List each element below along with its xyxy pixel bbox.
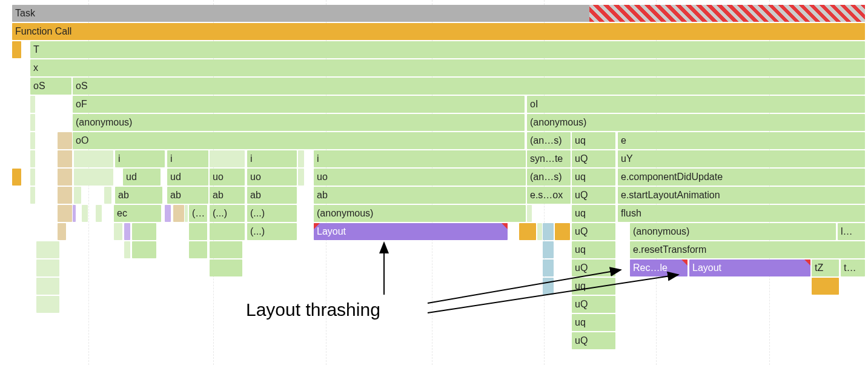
yellow-small-3[interactable] xyxy=(812,278,839,295)
fn-t[interactable]: t… xyxy=(841,260,865,276)
pale-16[interactable] xyxy=(36,278,59,295)
pale-9[interactable] xyxy=(74,169,113,186)
fn-uQ-6[interactable]: uQ xyxy=(572,332,615,349)
fn-oF[interactable]: oF xyxy=(73,96,525,113)
fn-anon-4[interactable]: (anonymous) xyxy=(630,223,836,240)
fn-uq-4[interactable]: uq xyxy=(572,241,615,258)
fn-uq-2[interactable]: uq xyxy=(572,169,615,186)
fn-i-1[interactable]: i xyxy=(115,150,165,167)
yellow-small-1[interactable] xyxy=(519,223,536,240)
pale-grn-sm[interactable] xyxy=(537,223,542,240)
fn-uQ-4[interactable]: uQ xyxy=(572,260,615,276)
ssm-1[interactable] xyxy=(114,223,122,240)
lb-3[interactable] xyxy=(543,260,554,276)
fn-i-4[interactable]: i xyxy=(314,150,526,167)
fn-T[interactable]: T xyxy=(30,41,865,58)
pale-11[interactable] xyxy=(30,187,35,204)
fn-uY[interactable]: uY xyxy=(618,150,865,167)
fn-anon-1[interactable]: (anonymous) xyxy=(73,114,525,131)
fn-oS-2[interactable]: oS xyxy=(73,78,865,95)
tan-3[interactable] xyxy=(58,169,72,186)
tan-6[interactable] xyxy=(58,223,66,240)
ssm-5[interactable] xyxy=(124,241,130,258)
pale-15[interactable] xyxy=(36,260,59,276)
fn-uQ-3[interactable]: uQ xyxy=(572,223,615,240)
recalc-bar[interactable]: Rec…le xyxy=(630,260,687,276)
fn-ud-2[interactable]: ud xyxy=(167,169,208,186)
fn-x[interactable]: x xyxy=(30,59,865,76)
fn-ud-1[interactable]: ud xyxy=(123,169,161,186)
tan-4[interactable] xyxy=(58,187,72,204)
pale-1[interactable] xyxy=(30,96,35,113)
fn-uQ-1[interactable]: uQ xyxy=(572,150,615,167)
ssm-9[interactable] xyxy=(210,260,242,276)
ssm-8[interactable] xyxy=(210,241,242,258)
pale-13b[interactable] xyxy=(96,205,102,222)
yellow-small-2[interactable] xyxy=(555,223,570,240)
fn-ellipsis-4[interactable]: (...) xyxy=(247,223,297,240)
pale-5[interactable] xyxy=(74,150,113,167)
fn-ltrail[interactable]: l… xyxy=(838,223,865,240)
fn-ellipsis-2[interactable]: (...) xyxy=(210,205,245,222)
ssm-4[interactable] xyxy=(210,223,245,240)
layout-bar-1[interactable]: Layout xyxy=(314,223,508,240)
fn-anon-2[interactable]: (anonymous) xyxy=(527,114,865,131)
fn-ab-3[interactable]: ab xyxy=(210,187,245,204)
fn-ab-1[interactable]: ab xyxy=(115,187,162,204)
pale-ecg[interactable] xyxy=(185,205,188,222)
pale-14[interactable] xyxy=(36,241,59,258)
fn-ab-2[interactable]: ab xyxy=(167,187,208,204)
lb-1[interactable] xyxy=(543,223,554,240)
yellow-sliver-2[interactable] xyxy=(12,169,21,186)
fn-flush[interactable]: flush xyxy=(618,205,865,222)
lilac-1[interactable] xyxy=(73,205,76,222)
fn-anon-3[interactable]: (anonymous) xyxy=(314,205,526,222)
fn-resetTransform[interactable]: e.resetTransform xyxy=(630,241,865,258)
pale-8[interactable] xyxy=(30,169,35,186)
ssm-7[interactable] xyxy=(189,241,207,258)
lb-2[interactable] xyxy=(543,241,554,258)
fn-uQ-2[interactable]: uQ xyxy=(572,187,615,204)
fn-uq-3[interactable]: uq xyxy=(572,205,615,222)
fn-oI[interactable]: oI xyxy=(527,96,865,113)
tan-2[interactable] xyxy=(58,150,72,167)
fn-i-3[interactable]: i xyxy=(247,150,297,167)
function-call-bar[interactable]: Function Call xyxy=(12,23,865,40)
tan-ec[interactable] xyxy=(173,205,184,222)
fn-uq-5[interactable]: uq xyxy=(572,278,615,295)
fn-uo-1[interactable]: uo xyxy=(247,169,297,186)
ssm-3[interactable] xyxy=(189,223,207,240)
pale-2[interactable] xyxy=(30,114,35,131)
fn-ab-4[interactable]: ab xyxy=(247,187,297,204)
fn-an-s-2[interactable]: (an…s) xyxy=(527,169,571,186)
fn-uo-0[interactable]: uo xyxy=(210,169,245,186)
layout-bar-2[interactable]: Layout xyxy=(689,260,810,276)
fn-ellipsis-1[interactable]: (… xyxy=(189,205,207,222)
fn-ellipsis-3[interactable]: (...) xyxy=(247,205,297,222)
pale-17[interactable] xyxy=(36,296,59,313)
fn-tZ[interactable]: tZ xyxy=(812,260,839,276)
pale-12b[interactable] xyxy=(104,187,111,204)
fn-startLayoutAnimation[interactable]: e.startLayoutAnimation xyxy=(618,187,865,204)
pale-12[interactable] xyxy=(74,187,81,204)
pale-7[interactable] xyxy=(298,150,304,167)
fn-e[interactable]: e xyxy=(618,132,865,149)
pale-6[interactable] xyxy=(210,150,245,167)
fn-ec[interactable]: ec xyxy=(114,205,161,222)
yellow-sliver-1[interactable] xyxy=(12,41,21,58)
fn-oS-1[interactable]: oS xyxy=(30,78,71,95)
pale-10[interactable] xyxy=(298,169,304,186)
lilac-2[interactable] xyxy=(165,205,171,222)
pale-3[interactable] xyxy=(30,132,35,149)
fn-es-ox[interactable]: e.s…ox xyxy=(527,187,571,204)
fn-uq-1[interactable]: uq xyxy=(572,132,615,149)
pale-13[interactable] xyxy=(82,205,88,222)
pale-anon-r[interactable] xyxy=(527,205,532,222)
lb-4[interactable] xyxy=(543,278,554,295)
fn-i-2[interactable]: i xyxy=(167,150,208,167)
fn-uQ-5[interactable]: uQ xyxy=(572,296,615,313)
fn-uq-6[interactable]: uq xyxy=(572,314,615,331)
fn-ab-5[interactable]: ab xyxy=(314,187,526,204)
tan-5[interactable] xyxy=(58,205,72,222)
tan-1[interactable] xyxy=(58,132,72,149)
